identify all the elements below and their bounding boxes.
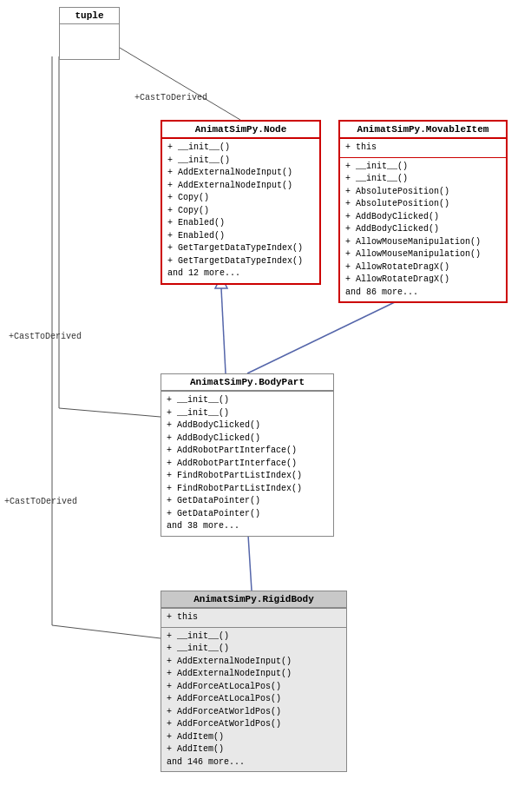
bodypart-header: AnimatSimPy.BodyPart xyxy=(161,374,333,391)
movable-header-text: AnimatSimPy.MovableItem xyxy=(357,124,489,135)
tuple-header: tuple xyxy=(60,8,119,24)
tuple-header-text: tuple xyxy=(75,10,103,21)
svg-line-5 xyxy=(221,288,226,373)
bodypart-header-text: AnimatSimPy.BodyPart xyxy=(190,377,305,387)
node-class-box: AnimatSimPy.Node + __init__() + __init__… xyxy=(161,120,321,285)
tuple-body xyxy=(60,24,119,59)
svg-line-2 xyxy=(59,408,161,417)
rigidbody-methods: + __init__() + __init__() + AddExternalN… xyxy=(161,627,346,772)
cast-label-1: +CastToDerived xyxy=(134,93,207,102)
node-header-text: AnimatSimPy.Node xyxy=(195,124,287,135)
bodypart-class-box: AnimatSimPy.BodyPart + __init__() + __in… xyxy=(161,373,334,537)
svg-line-0 xyxy=(120,48,240,120)
rigidbody-header-text: AnimatSimPy.RigidBody xyxy=(193,594,314,604)
movable-this: + this xyxy=(340,138,506,157)
movable-class-box: AnimatSimPy.MovableItem + this + __init_… xyxy=(338,120,508,303)
svg-line-4 xyxy=(52,625,161,638)
cast-label-3: +CastToDerived xyxy=(4,497,77,506)
bodypart-methods: + __init__() + __init__() + AddBodyClick… xyxy=(161,391,333,536)
movable-header: AnimatSimPy.MovableItem xyxy=(340,122,506,138)
tuple-class-box: tuple xyxy=(59,7,120,60)
rigidbody-header: AnimatSimPy.RigidBody xyxy=(161,591,346,608)
cast-label-2: +CastToDerived xyxy=(9,332,82,341)
rigidbody-class-box: AnimatSimPy.RigidBody + this + __init__(… xyxy=(161,591,347,772)
movable-methods: + __init__() + __init__() + AbsolutePosi… xyxy=(340,157,506,302)
rigidbody-this: + this xyxy=(161,608,346,627)
node-header: AnimatSimPy.Node xyxy=(162,122,319,138)
node-methods: + __init__() + __init__() + AddExternalN… xyxy=(162,138,319,283)
